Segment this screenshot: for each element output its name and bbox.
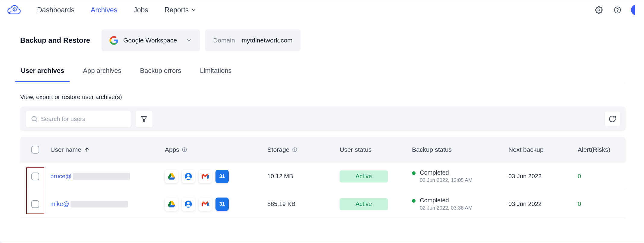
tabs: User archives App archives Backup errors… (20, 67, 626, 82)
th-user-name-label: User name (50, 146, 81, 153)
subheader: Backup and Restore Google Workspace Doma… (0, 20, 644, 54)
th-next-backup: Next backup (508, 146, 578, 153)
prompt-text: View, export or restore user archive(s) (0, 82, 644, 107)
redacted-text (71, 201, 128, 207)
arrow-up-icon (84, 147, 90, 153)
top-nav: Dashboards Archives Jobs Reports (0, 0, 644, 20)
user-name-cell[interactable]: mike@ (50, 201, 165, 207)
row-checkbox-cell (20, 173, 50, 180)
app-logo (6, 2, 23, 18)
google-calendar-icon: 31 (215, 198, 229, 211)
user-avatar[interactable] (631, 5, 635, 15)
chevron-down-icon (186, 37, 192, 43)
table-body: bruce@ (20, 163, 626, 218)
page-title: Backup and Restore (20, 36, 90, 45)
storage-cell: 10.12 MB (267, 173, 340, 180)
settings-button[interactable] (594, 5, 604, 15)
th-checkbox (20, 146, 50, 154)
svg-point-1 (14, 8, 15, 9)
toolbar-area (0, 107, 644, 131)
svg-rect-2 (14, 9, 15, 11)
user-archives-table: User name Apps Storage User status Backu… (0, 131, 644, 218)
next-backup-cell: 03 Jun 2022 (508, 201, 578, 207)
user-link[interactable]: bruce@ (50, 173, 71, 180)
status-badge: Active (340, 198, 388, 210)
google-contacts-icon (182, 198, 195, 211)
info-icon[interactable] (182, 147, 187, 152)
toolbar (20, 107, 626, 131)
nav-reports-label: Reports (165, 6, 189, 14)
backup-status-cell: Completed 02 Jun 2022, 12:05 AM (412, 169, 508, 183)
next-backup-cell: 03 Jun 2022 (508, 173, 578, 180)
alerts-cell: 0 (578, 173, 622, 180)
row-checkbox-cell (20, 200, 50, 208)
tabs-container: User archives App archives Backup errors… (0, 54, 644, 82)
th-user-status: User status (340, 146, 412, 153)
th-storage-label: Storage (267, 146, 290, 153)
tab-backup-errors[interactable]: Backup errors (140, 67, 182, 82)
alerts-cell: 0 (578, 201, 622, 207)
table-row: bruce@ (20, 163, 626, 190)
svg-point-13 (184, 148, 185, 149)
th-alerts: Alert(Risks) (578, 146, 622, 153)
svg-point-16 (294, 148, 295, 149)
google-contacts-icon (182, 170, 195, 183)
workspace-selector[interactable]: Google Workspace (102, 30, 200, 51)
domain-label: Domain (213, 37, 235, 44)
svg-point-4 (598, 9, 600, 11)
backup-status-label: Completed (420, 197, 473, 204)
th-apps-label: Apps (165, 146, 179, 153)
google-calendar-icon: 31 (215, 170, 229, 183)
search-input[interactable] (41, 116, 126, 123)
table-header: User name Apps Storage User status Backu… (20, 137, 626, 163)
google-drive-icon (165, 170, 178, 183)
highlight-box (26, 191, 44, 214)
info-icon[interactable] (292, 147, 297, 152)
nav-reports[interactable]: Reports (165, 6, 197, 14)
svg-line-8 (36, 120, 37, 122)
user-status-cell: Active (340, 198, 412, 210)
th-user-status-label: User status (340, 146, 372, 153)
refresh-button[interactable] (605, 111, 620, 127)
chevron-down-icon (191, 7, 196, 13)
tab-app-archives[interactable]: App archives (82, 67, 122, 82)
status-dot-icon (412, 171, 416, 175)
th-apps: Apps (165, 146, 267, 153)
calendar-day: 31 (219, 173, 225, 179)
workspace-label: Google Workspace (123, 37, 177, 44)
tab-limitations[interactable]: Limitations (199, 67, 232, 82)
storage-cell: 885.19 KB (267, 201, 340, 207)
search-icon (31, 115, 38, 123)
backup-status-time: 02 Jun 2022, 12:05 AM (420, 177, 473, 183)
help-button[interactable] (612, 5, 623, 15)
domain-chip: Domain mytdlnetwork.com (205, 30, 300, 51)
user-link[interactable]: mike@ (50, 201, 69, 207)
domain-value: mytdlnetwork.com (242, 37, 293, 44)
apps-cell: 31 (165, 198, 267, 211)
th-backup-status: Backup status (412, 146, 508, 153)
backup-status-label: Completed (420, 169, 473, 176)
tab-user-archives[interactable]: User archives (20, 67, 65, 82)
user-status-cell: Active (340, 170, 412, 182)
filter-button[interactable] (135, 110, 153, 128)
nav-links: Dashboards Archives Jobs Reports (37, 6, 196, 14)
gmail-icon (199, 198, 212, 211)
help-icon (614, 6, 621, 14)
select-all-checkbox[interactable] (31, 146, 39, 154)
nav-archives[interactable]: Archives (91, 6, 117, 14)
th-storage: Storage (267, 146, 340, 153)
filter-icon (140, 115, 148, 123)
svg-marker-9 (141, 117, 147, 122)
svg-point-21 (187, 174, 190, 176)
user-name-cell[interactable]: bruce@ (50, 173, 165, 180)
apps-cell: 31 (165, 170, 267, 183)
svg-point-6 (617, 11, 618, 12)
status-dot-icon (412, 199, 416, 203)
th-user-name[interactable]: User name (50, 146, 165, 153)
status-badge: Active (340, 170, 388, 182)
table-row: mike@ (20, 190, 626, 218)
google-logo-icon (109, 36, 118, 45)
search-box[interactable] (26, 110, 131, 128)
nav-dashboards[interactable]: Dashboards (37, 6, 74, 14)
nav-jobs[interactable]: Jobs (134, 6, 148, 14)
